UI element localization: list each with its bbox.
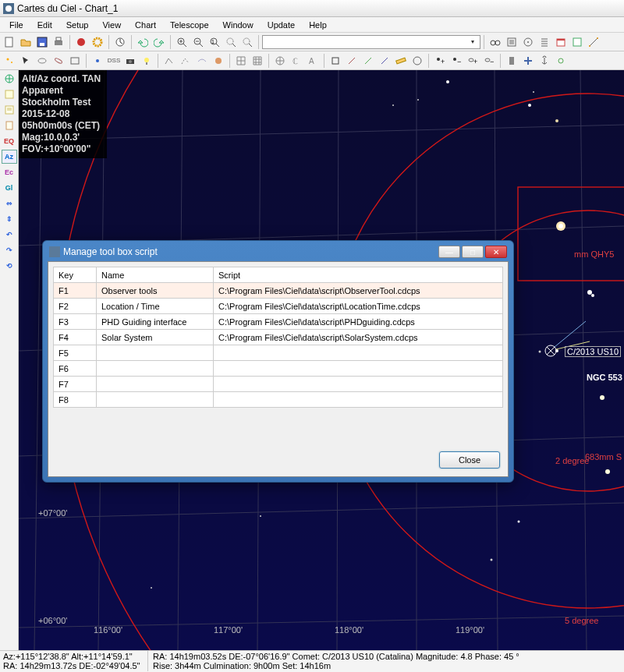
menu-telescope[interactable]: Telescope: [164, 19, 215, 31]
menu-edit[interactable]: Edit: [31, 19, 58, 31]
status-radec: RA: 14h29m13.72s DE:-02°49'04.5": [3, 661, 144, 670]
distance-icon[interactable]: [586, 34, 601, 50]
table-row[interactable]: F1Observer toolsC:\Program Files\Ciel\da…: [54, 283, 503, 299]
grid-icon[interactable]: [233, 53, 249, 69]
tool3-icon[interactable]: [360, 53, 376, 69]
list-icon[interactable]: [537, 34, 552, 50]
col-name[interactable]: Name: [97, 267, 214, 283]
menu-window[interactable]: Window: [217, 19, 260, 31]
side-doc-icon[interactable]: [2, 118, 17, 133]
anchor-icon[interactable]: [537, 53, 552, 69]
menu-setup[interactable]: Setup: [60, 19, 95, 31]
side-eq-button[interactable]: EQ: [2, 134, 17, 148]
side-ec-button[interactable]: Ec: [2, 165, 17, 179]
bulb-icon[interactable]: [139, 53, 154, 69]
constellation-line-icon[interactable]: [161, 53, 177, 69]
telescope-683: 683mm S: [585, 452, 622, 462]
binoculars-icon[interactable]: [488, 34, 503, 50]
table-row[interactable]: F5: [54, 345, 503, 361]
more-stars-icon[interactable]: +: [432, 53, 448, 69]
side-arrows-h-icon[interactable]: ⇔: [2, 196, 17, 210]
less-stars-icon[interactable]: −: [448, 53, 464, 69]
target-combo[interactable]: ▾: [262, 35, 480, 49]
table-row[interactable]: F8: [54, 392, 503, 408]
table-row[interactable]: F2Location / TimeC:\Program Files\Ciel\d…: [54, 299, 503, 314]
maximize-button[interactable]: □: [462, 246, 484, 258]
side-note-icon[interactable]: [2, 103, 17, 117]
galaxy-icon[interactable]: [51, 53, 66, 69]
zoom-in-icon[interactable]: [174, 34, 190, 50]
side-globe-icon[interactable]: [2, 72, 17, 86]
target-center-icon[interactable]: [520, 34, 536, 50]
svg-point-33: [129, 60, 132, 63]
planet-icon[interactable]: [211, 53, 226, 69]
menu-update[interactable]: Update: [261, 19, 301, 31]
svg-point-15: [243, 38, 250, 44]
side-rotate-cw-icon[interactable]: ↷: [2, 243, 17, 257]
side-az-button[interactable]: Az: [2, 150, 17, 164]
grid-eq-icon[interactable]: [250, 53, 265, 69]
picture-icon[interactable]: [67, 53, 83, 69]
settings-gear-icon[interactable]: [90, 34, 105, 50]
print-icon[interactable]: [51, 34, 66, 50]
compass-icon[interactable]: [272, 53, 288, 69]
svg-point-88: [260, 515, 261, 517]
stars-icon[interactable]: [2, 53, 17, 69]
undo-icon[interactable]: [135, 34, 151, 50]
menu-view[interactable]: View: [96, 19, 127, 31]
table-row[interactable]: F7: [54, 377, 503, 392]
minimize-button[interactable]: —: [438, 246, 460, 258]
new-chart-icon[interactable]: [2, 34, 17, 50]
menubar: File Edit Setup View Chart Telescope Win…: [0, 17, 624, 33]
redo-icon[interactable]: [151, 34, 167, 50]
menu-help[interactable]: Help: [303, 19, 333, 31]
zoom-box-icon[interactable]: [223, 34, 239, 50]
open-icon[interactable]: [18, 34, 34, 50]
link-icon[interactable]: [553, 53, 569, 69]
close-window-button[interactable]: ✕: [485, 246, 507, 258]
svg-rect-22: [557, 39, 565, 41]
cursor-icon[interactable]: [18, 53, 34, 69]
menu-file[interactable]: File: [3, 19, 30, 31]
clock-icon[interactable]: [112, 34, 128, 50]
constellation-boundary-icon[interactable]: [178, 53, 193, 69]
dss-button[interactable]: DSS: [106, 53, 122, 69]
const-names-icon[interactable]: ℂ: [289, 53, 304, 69]
ephemeris-icon[interactable]: [569, 34, 585, 50]
svg-text:−: −: [490, 58, 494, 65]
tool4-icon[interactable]: [377, 53, 392, 69]
tool1-icon[interactable]: [328, 53, 343, 69]
more-neb-icon[interactable]: +: [465, 53, 480, 69]
camera-icon[interactable]: [122, 53, 138, 69]
side-rotate-reset-icon[interactable]: ⟲: [2, 259, 17, 273]
chart-label-icon[interactable]: A: [305, 53, 321, 69]
dot-blue-icon[interactable]: [90, 53, 105, 69]
side-rotate-ccw-icon[interactable]: ↶: [2, 228, 17, 242]
eyepiece-icon[interactable]: [410, 53, 425, 69]
tool2-icon[interactable]: [344, 53, 360, 69]
col-key[interactable]: Key: [54, 267, 97, 283]
zoom-fit-icon[interactable]: 1: [207, 34, 222, 50]
table-row[interactable]: F6: [54, 361, 503, 377]
side-list-icon[interactable]: [2, 87, 17, 101]
less-neb-icon[interactable]: −: [481, 53, 497, 69]
zoom-out-icon[interactable]: [190, 34, 206, 50]
side-gl-button[interactable]: Gl: [2, 181, 17, 195]
calendar-icon[interactable]: [553, 34, 569, 50]
menu-chart[interactable]: Chart: [129, 19, 162, 31]
milkyway-icon[interactable]: [194, 53, 210, 69]
col-script[interactable]: Script: [214, 267, 503, 283]
nebula-icon[interactable]: [34, 53, 50, 69]
target-list-icon[interactable]: [504, 34, 519, 50]
night-vision-icon[interactable]: [73, 34, 89, 50]
sky-chart[interactable]: Alt/Az coord. TAN Apparent Stockholm Tes…: [19, 70, 624, 650]
ruler-icon[interactable]: [393, 53, 409, 69]
table-row[interactable]: F4Solar SystemC:\Program Files\Ciel\data…: [54, 330, 503, 345]
scope-connect-icon[interactable]: [504, 53, 519, 69]
scope-slew-icon[interactable]: [520, 53, 536, 69]
zoom-reset-icon[interactable]: [239, 34, 255, 50]
close-button[interactable]: Close: [439, 451, 500, 469]
table-row[interactable]: F3PHD Guiding interfaceC:\Program Files\…: [54, 314, 503, 330]
side-arrows-v-icon[interactable]: ⇕: [2, 212, 17, 226]
save-icon[interactable]: [34, 34, 50, 50]
